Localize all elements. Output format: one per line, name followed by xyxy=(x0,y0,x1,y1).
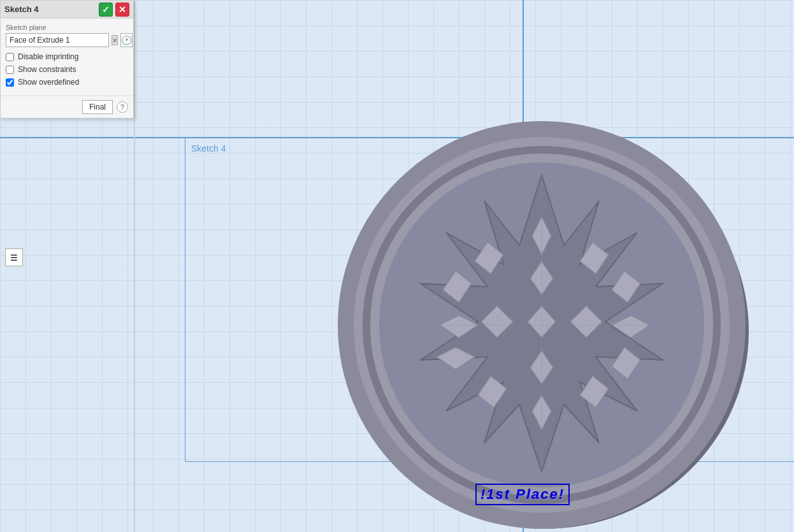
show-overdefined-row: Show overdefined xyxy=(6,78,128,87)
final-button[interactable]: Final xyxy=(82,100,113,114)
panel-titlebar: Sketch 4 ✓ ✕ xyxy=(1,1,133,18)
sketch-plane-input[interactable] xyxy=(6,33,109,47)
list-icon: ☰ xyxy=(10,253,18,262)
show-constraints-row: Show constraints xyxy=(6,65,128,74)
disable-imprinting-row: Disable imprinting xyxy=(6,52,128,61)
check-icon: ✓ xyxy=(102,4,110,15)
help-button[interactable]: ? xyxy=(117,101,128,113)
show-overdefined-checkbox[interactable] xyxy=(6,78,14,87)
first-place-label: !1st Place! xyxy=(475,484,570,505)
panel-divider xyxy=(134,0,135,532)
list-icon-button[interactable]: ☰ xyxy=(5,248,23,266)
history-icon: 🕐 xyxy=(121,35,132,45)
panel-footer: Final ? xyxy=(1,96,133,118)
show-constraints-checkbox[interactable] xyxy=(6,66,14,74)
clear-plane-button[interactable]: ✕ xyxy=(112,35,118,45)
close-button[interactable]: ✕ xyxy=(115,3,129,17)
history-button[interactable]: 🕐 xyxy=(120,33,133,47)
panel-title-buttons: ✓ ✕ xyxy=(99,3,129,17)
confirm-button[interactable]: ✓ xyxy=(99,3,113,17)
show-overdefined-label: Show overdefined xyxy=(18,78,79,87)
sketch-label: Sketch 4 xyxy=(191,143,226,154)
panel-title: Sketch 4 xyxy=(4,4,38,14)
sketch-plane-row: ✕ 🕐 xyxy=(6,33,128,47)
disable-imprinting-label: Disable imprinting xyxy=(18,52,78,61)
close-icon: ✕ xyxy=(119,4,126,15)
disable-imprinting-checkbox[interactable] xyxy=(6,53,14,61)
show-constraints-label: Show constraints xyxy=(18,65,76,74)
help-icon: ? xyxy=(120,103,124,111)
panel-body: Sketch plane ✕ 🕐 Disable imprinting Show… xyxy=(1,18,133,96)
sketch-plane-label: Sketch plane xyxy=(6,24,128,31)
sketch-panel: Sketch 4 ✓ ✕ Sketch plane ✕ 🕐 Disable im… xyxy=(0,0,134,119)
coin-3d-model xyxy=(312,118,777,532)
